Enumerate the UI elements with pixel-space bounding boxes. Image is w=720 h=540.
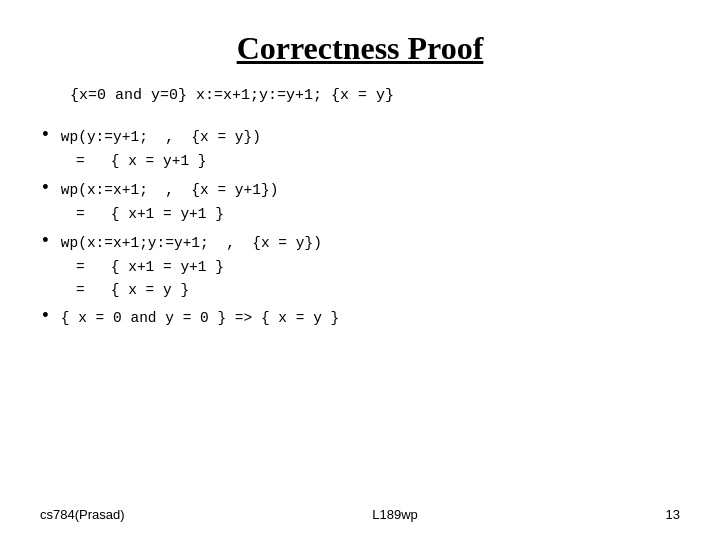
bullet-list: • wp(y:=y+1; , {x = y}) = { x = y+1 } • … [40, 126, 680, 330]
bullet-text-3: wp(x:=x+1;y:=y+1; , {x = y}) [61, 232, 322, 254]
page: Correctness Proof {x=0 and y=0} x:=x+1;y… [0, 0, 720, 540]
bullet-icon-2: • [40, 178, 51, 198]
bullet-2-line-1: = { x+1 = y+1 } [76, 203, 680, 225]
bullet-text-1: wp(y:=y+1; , {x = y}) [61, 126, 261, 148]
precondition-line: {x=0 and y=0} x:=x+1;y:=y+1; {x = y} [70, 87, 680, 104]
bullet-item-2: • wp(x:=x+1; , {x = y+1}) = { x+1 = y+1 … [40, 179, 680, 226]
bullet-item-1: • wp(y:=y+1; , {x = y}) = { x = y+1 } [40, 126, 680, 173]
bullet-text-4: { x = 0 and y = 0 } => { x = y } [61, 307, 339, 329]
bullet-icon-3: • [40, 231, 51, 251]
page-title: Correctness Proof [40, 30, 680, 67]
bullet-3-line-1: = { x+1 = y+1 } [76, 256, 680, 278]
bullet-3-line-2: = { x = y } [76, 279, 680, 301]
footer-center: L189wp [372, 507, 418, 522]
bullet-icon-4: • [40, 306, 51, 326]
footer-right: 13 [666, 507, 680, 522]
bullet-item-3: • wp(x:=x+1;y:=y+1; , {x = y}) = { x+1 =… [40, 232, 680, 301]
footer: cs784(Prasad) L189wp 13 [0, 507, 720, 522]
bullet-1-line-1: = { x = y+1 } [76, 150, 680, 172]
bullet-icon-1: • [40, 125, 51, 145]
bullet-text-2: wp(x:=x+1; , {x = y+1}) [61, 179, 279, 201]
footer-left: cs784(Prasad) [40, 507, 125, 522]
bullet-item-4: • { x = 0 and y = 0 } => { x = y } [40, 307, 680, 329]
